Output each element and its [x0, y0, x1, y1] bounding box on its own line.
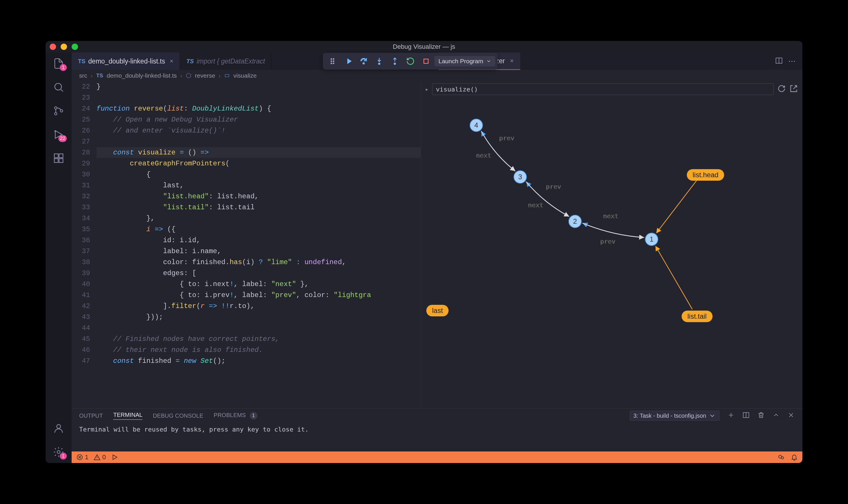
breadcrumb-item[interactable]: visualize: [233, 72, 257, 79]
drag-handle-icon[interactable]: [325, 55, 340, 68]
graph-node[interactable]: 2: [568, 215, 582, 228]
stop-icon[interactable]: [419, 55, 433, 68]
svg-point-19: [394, 63, 396, 65]
graph-pointer-node[interactable]: list.head: [687, 169, 724, 181]
symbol-function-icon: [186, 73, 192, 78]
svg-rect-25: [225, 74, 229, 77]
svg-rect-6: [59, 154, 63, 158]
svg-point-17: [363, 62, 365, 64]
zoom-window-button[interactable]: [72, 43, 78, 50]
more-icon[interactable]: ⋯: [788, 57, 797, 66]
panel-tab-output[interactable]: OUTPUT: [79, 413, 103, 419]
content-row: 2223242526272829303132333435363738394041…: [72, 82, 802, 408]
tab-active[interactable]: TS demo_doubly-linked-list.ts ×: [72, 53, 180, 70]
debug-config-label: Launch Program: [439, 58, 483, 65]
account-icon[interactable]: [52, 421, 66, 435]
graph-node[interactable]: 3: [514, 170, 527, 184]
close-window-button[interactable]: [50, 43, 56, 50]
search-icon[interactable]: [52, 80, 66, 94]
restart-icon[interactable]: [403, 55, 418, 68]
maximize-panel-icon[interactable]: [772, 411, 780, 420]
svg-rect-8: [59, 159, 63, 163]
edge-label: next: [603, 213, 618, 220]
symbol-variable-icon: [224, 73, 230, 78]
panel-tab-debug-console[interactable]: DEBUG CONSOLE: [153, 413, 203, 419]
step-into-icon[interactable]: [372, 55, 386, 68]
breadcrumb-item[interactable]: reverse: [195, 72, 215, 79]
lang-badge: TS: [186, 58, 194, 65]
problems-count: 1: [250, 412, 257, 419]
feedback-icon[interactable]: [778, 454, 784, 461]
breadcrumb-item[interactable]: demo_doubly-linked-list.ts: [107, 72, 177, 79]
graph-pointer-node[interactable]: last: [426, 305, 448, 317]
split-editor-icon[interactable]: [775, 57, 783, 66]
svg-point-12: [333, 59, 334, 59]
debug-badge: 22: [58, 135, 67, 142]
refresh-icon[interactable]: [778, 85, 785, 94]
svg-point-15: [331, 63, 332, 64]
tabs-row: TS demo_doubly-linked-list.ts × TS impor…: [72, 53, 802, 70]
panel-tabs: OUTPUT TERMINAL DEBUG CONSOLE PROBLEMS 1…: [72, 409, 802, 423]
window: Debug Visualizer — js 1 22: [46, 41, 802, 463]
close-panel-icon[interactable]: [787, 411, 795, 420]
code-editor[interactable]: 2223242526272829303132333435363738394041…: [72, 82, 421, 408]
window-title: Debug Visualizer — js: [393, 43, 455, 51]
expression-input[interactable]: visualize(): [432, 84, 774, 95]
breadcrumb-item[interactable]: src: [79, 72, 87, 79]
step-out-icon[interactable]: [388, 55, 402, 68]
svg-point-29: [781, 457, 783, 459]
tab-inactive[interactable]: TS import { getDataExtract: [180, 53, 271, 70]
settings-icon[interactable]: 1: [52, 445, 66, 459]
close-icon[interactable]: ×: [170, 57, 173, 65]
kill-terminal-icon[interactable]: [757, 411, 765, 420]
popout-icon[interactable]: [790, 85, 798, 94]
split-terminal-icon[interactable]: [742, 411, 750, 420]
close-icon[interactable]: ×: [510, 57, 514, 65]
status-warnings[interactable]: 0: [93, 453, 106, 461]
expand-icon[interactable]: ▸: [426, 87, 428, 92]
edge-label: next: [528, 201, 543, 209]
tab-label: demo_doubly-linked-list.ts: [88, 57, 165, 65]
svg-point-18: [379, 63, 380, 65]
debug-visualizer-panel: ▸ visualize(): [421, 82, 802, 408]
graph-canvas[interactable]: 4321lastlist.headlist.tailprevnextprevne…: [421, 97, 802, 408]
step-over-icon[interactable]: [356, 55, 371, 68]
panel-tab-problems[interactable]: PROBLEMS 1: [214, 412, 257, 419]
edge-label: prev: [499, 134, 514, 142]
lang-badge: TS: [78, 58, 86, 65]
debug-config-dropdown[interactable]: Launch Program: [435, 56, 495, 66]
graph-pointer-node[interactable]: list.tail: [682, 311, 712, 322]
settings-badge: 1: [60, 453, 67, 460]
explorer-icon[interactable]: 1: [52, 57, 66, 70]
new-terminal-icon[interactable]: [727, 411, 735, 420]
bell-icon[interactable]: [791, 454, 798, 461]
title-bar: Debug Visualizer — js: [46, 41, 802, 53]
graph-node[interactable]: 4: [470, 119, 483, 132]
bottom-panel: OUTPUT TERMINAL DEBUG CONSOLE PROBLEMS 1…: [72, 408, 802, 451]
extensions-icon[interactable]: [52, 151, 66, 165]
code-content[interactable]: } function reverse(list: DoublyLinkedLis…: [96, 82, 421, 408]
source-control-icon[interactable]: [52, 104, 66, 118]
activity-bar: 1 22 1: [46, 53, 72, 463]
svg-point-9: [57, 425, 60, 428]
panel-tab-terminal[interactable]: TERMINAL: [113, 412, 142, 420]
visualizer-toolbar: ▸ visualize(): [421, 82, 802, 97]
debug-icon[interactable]: 22: [52, 128, 66, 141]
line-gutter: 2223242526272829303132333435363738394041…: [72, 82, 96, 408]
explorer-badge: 1: [60, 64, 67, 71]
minimize-window-button[interactable]: [61, 43, 67, 50]
svg-point-14: [333, 61, 334, 62]
terminal-dropdown[interactable]: 3: Task - build - tsconfig.json: [630, 411, 720, 421]
debug-toolbar[interactable]: Launch Program: [323, 53, 498, 70]
graph-node[interactable]: 1: [645, 233, 658, 246]
svg-point-2: [55, 112, 57, 115]
continue-icon[interactable]: [341, 55, 355, 68]
status-errors[interactable]: 1: [76, 453, 88, 461]
edge-label: prev: [600, 238, 616, 245]
chevron-down-icon: [708, 412, 716, 419]
terminal-output[interactable]: Terminal will be reused by tasks, press …: [72, 423, 802, 451]
breadcrumb[interactable]: src › TS demo_doubly-linked-list.ts › re…: [72, 70, 802, 82]
svg-rect-20: [424, 59, 428, 64]
status-run[interactable]: [111, 454, 118, 461]
svg-rect-7: [54, 159, 58, 163]
